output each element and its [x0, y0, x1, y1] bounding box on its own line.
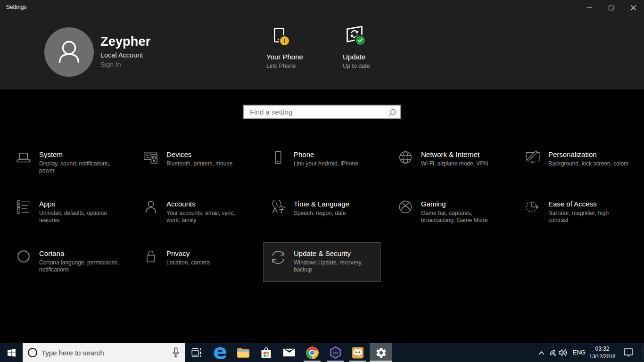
sign-in-link[interactable]: Sign In — [100, 61, 150, 68]
user-account-type: Local Account — [100, 51, 150, 59]
tray-clock-button[interactable]: 03:32 13/12/2018 — [585, 343, 620, 362]
tray-volume-button[interactable] — [557, 343, 569, 362]
quick-update-title: Update — [343, 53, 365, 61]
tile-accounts[interactable]: AccountsYour accounts, email, sync, work… — [136, 193, 254, 232]
start-button[interactable] — [0, 343, 23, 362]
tile-text: SystemDisplay, sound, notifications, pow… — [39, 150, 124, 174]
devices-icon-svg — [143, 151, 158, 164]
tile-privacy[interactable]: PrivacyLocation, camera — [136, 242, 254, 282]
tile-subtitle: Windows Update, recovery, backup — [294, 259, 379, 273]
discord-button[interactable] — [347, 343, 369, 362]
restore-icon — [609, 5, 614, 10]
action-center-icon — [624, 348, 633, 357]
microphone-icon — [172, 347, 180, 358]
gaming-icon-svg — [398, 200, 413, 214]
user-icon — [44, 27, 94, 77]
tile-title: Privacy — [166, 249, 251, 258]
find-a-setting-input[interactable] — [244, 106, 400, 118]
chevron-up-icon — [538, 351, 545, 355]
mail-icon — [283, 346, 296, 359]
close-button[interactable] — [622, 0, 644, 15]
tile-update-security[interactable]: Update & SecurityWindows Update, recover… — [263, 242, 381, 282]
update-ok-badge — [356, 36, 365, 45]
phone-icon — [270, 149, 286, 165]
tile-text: Update & SecurityWindows Update, recover… — [294, 249, 379, 273]
settings-gear-icon — [375, 347, 387, 359]
cortana-icon — [16, 248, 31, 264]
file-explorer-button[interactable] — [232, 343, 255, 362]
store-icon — [260, 347, 272, 359]
tile-title: Accounts — [166, 199, 251, 208]
tray-chevron-button[interactable] — [536, 343, 547, 362]
tile-text: PrivacyLocation, camera — [166, 249, 251, 266]
tile-devices[interactable]: DevicesBluetooth, printers, mouse — [136, 143, 254, 183]
mail-button[interactable] — [278, 343, 300, 362]
task-view-button[interactable] — [185, 343, 207, 362]
tile-phone[interactable]: PhoneLink your Android, iPhone — [263, 143, 381, 183]
tile-subtitle: Speech, region, date — [294, 210, 379, 217]
tile-text: PersonalizationBackground, lock screen, … — [548, 150, 633, 167]
quick-update[interactable]: Update Up to date — [343, 26, 418, 45]
tile-subtitle: Cortana language, permissions, notificat… — [39, 259, 124, 273]
quick-your-phone-subtitle: Link Phone — [266, 63, 296, 69]
user-name: Zeypher — [100, 34, 150, 49]
tile-gaming[interactable]: GamingGame bar, captures, broadcasting, … — [390, 193, 508, 232]
tile-text: GamingGame bar, captures, broadcasting, … — [421, 199, 506, 224]
update-icon-wrap — [343, 26, 363, 45]
settings-taskbar-button[interactable] — [370, 343, 392, 362]
tile-text: Time & LanguageSpeech, region, date — [294, 199, 379, 217]
phone-alert-badge: ! — [280, 36, 289, 45]
taskbar-search[interactable]: Type here to search — [23, 343, 185, 362]
windows-logo-icon — [8, 349, 16, 357]
privacy-icon — [143, 248, 158, 264]
tile-text: DevicesBluetooth, printers, mouse — [166, 150, 251, 167]
tile-text: CortanaCortana language, permissions, no… — [39, 249, 124, 273]
edge-glyph: e — [213, 346, 227, 360]
ease-of-access-icon — [525, 199, 540, 214]
update-security-icon — [270, 249, 286, 265]
tile-text: Network & InternetWi-Fi, airplane mode, … — [421, 150, 506, 167]
tile-title: Ease of Access — [548, 199, 633, 208]
tray-date: 13/12/2018 — [589, 353, 616, 361]
accounts-icon — [143, 199, 158, 214]
tray-action-center-button[interactable] — [619, 343, 638, 362]
laptop-icon — [16, 149, 31, 165]
tray-time: 03:32 — [595, 345, 609, 353]
tile-system[interactable]: SystemDisplay, sound, notifications, pow… — [8, 143, 126, 183]
phone-icon-svg — [271, 150, 285, 165]
chrome-button[interactable] — [301, 343, 323, 362]
ease-of-access-icon-svg — [525, 200, 540, 214]
edge-button[interactable]: e — [209, 343, 231, 362]
tile-subtitle: Location, camera — [166, 259, 251, 266]
tile-apps[interactable]: AppsUninstall, defaults, optional featur… — [8, 193, 126, 232]
tile-text: AppsUninstall, defaults, optional featur… — [39, 199, 124, 224]
task-view-icon — [191, 347, 202, 358]
quick-update-subtitle: Up to date — [343, 63, 370, 69]
quick-your-phone-title: Your Phone — [266, 53, 303, 61]
wifi-icon — [549, 349, 557, 356]
taskbar: Type here to search e — [0, 343, 644, 362]
show-desktop-divider[interactable] — [643, 346, 643, 359]
tile-subtitle: Display, sound, notifications, power — [39, 160, 124, 174]
privacy-icon-svg — [144, 249, 158, 263]
tile-network-internet[interactable]: Network & InternetWi-Fi, airplane mode, … — [390, 143, 508, 183]
accounts-icon-svg — [144, 200, 158, 214]
restore-button[interactable] — [601, 0, 622, 15]
store-button[interactable] — [255, 343, 277, 362]
time-language-icon-svg — [271, 200, 286, 214]
chrome-icon — [305, 346, 319, 360]
tile-title: Phone — [294, 150, 379, 159]
avatar[interactable] — [44, 27, 94, 77]
minimize-button[interactable] — [578, 0, 600, 15]
tile-cortana[interactable]: CortanaCortana language, permissions, no… — [8, 242, 126, 282]
nox-button[interactable]: nox — [324, 343, 347, 362]
laptop-icon-svg — [17, 151, 31, 164]
tile-subtitle: Link your Android, iPhone — [294, 160, 379, 167]
tile-subtitle: Wi-Fi, airplane mode, VPN — [421, 160, 506, 167]
tile-title: Update & Security — [294, 249, 379, 258]
tile-time-language[interactable]: Time & LanguageSpeech, region, date — [263, 193, 381, 232]
minimize-icon — [587, 5, 592, 10]
tile-personalization[interactable]: PersonalizationBackground, lock screen, … — [518, 143, 636, 183]
quick-your-phone[interactable]: ! Your Phone Link Phone — [266, 26, 342, 45]
tile-ease-of-access[interactable]: Ease of AccessNarrator, magnifier, high … — [518, 193, 636, 232]
